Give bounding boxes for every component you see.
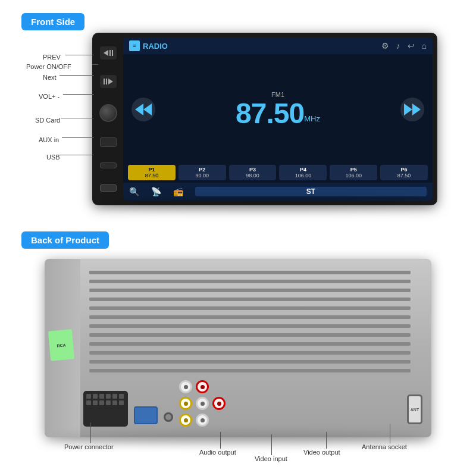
pin-8 [93,400,98,405]
device-front: ≡ RADIO ⚙ ♪ ↩ ⌂ FM1 87.50 MHz [92,33,437,205]
svg-marker-3 [108,79,113,84]
vent-7 [89,324,411,328]
aux-port[interactable] [100,162,117,168]
pin-7 [86,400,91,405]
usb-port[interactable] [100,184,117,192]
rca-group [179,380,226,427]
control-strip [97,37,120,201]
fast-forward-button[interactable] [400,98,424,121]
callout-line-next [60,75,94,76]
search-icon[interactable]: 🔍 [129,187,139,196]
callout-vol: VOL+ - [39,93,60,100]
blue-connector[interactable] [134,406,158,424]
main-screen: ≡ RADIO ⚙ ♪ ↩ ⌂ FM1 87.50 MHz [123,37,433,201]
pin-3 [99,394,104,399]
preset-p4[interactable]: P4 106.00 [279,165,327,180]
pin-10 [106,400,111,405]
callout-line-antenna-socket [390,424,390,443]
callout-line-audio-output [220,432,221,449]
rca-red-1[interactable] [196,380,209,393]
callout-antenna-socket: Antenna socket [362,443,407,450]
green-sticker: RCA [48,329,74,361]
vent-5 [89,306,411,310]
front-device-shadow [107,196,428,208]
rca-red-2[interactable] [212,397,226,410]
power-connector[interactable] [83,391,128,427]
pin-2 [93,394,98,399]
callout-aux: AUX in [39,136,59,143]
sd-card-slot[interactable] [100,137,117,147]
bluetooth-icon[interactable]: 📻 [173,187,183,196]
frequency-display: FM1 87.50 MHz [236,91,320,128]
preset-p3[interactable]: P3 98.00 [229,165,277,180]
sound-icon[interactable]: ♪ [396,41,400,51]
rca-yellow-1[interactable] [179,397,192,410]
preset-p6[interactable]: P6 87.50 [380,165,428,180]
antenna-socket[interactable]: ANT [407,394,422,424]
callout-power-connector: Power connector [64,443,114,450]
callout-sdcard: SD Card [35,117,60,124]
rewind-button[interactable] [131,98,155,121]
callout-usb: USB [46,154,60,161]
wifi-icon[interactable]: 📡 [151,187,161,196]
svg-marker-0 [104,50,108,56]
svg-marker-6 [135,104,143,115]
rca-white-3[interactable] [196,414,209,427]
callout-line-video-output [326,432,327,449]
rca-row-3 [179,414,226,427]
vent-9 [89,342,411,346]
vent-3 [89,289,411,292]
back-icon[interactable]: ↩ [408,41,415,51]
callout-power: Power ON/OFF [26,63,71,70]
callout-line-video-input [271,434,272,455]
vent-12 [89,369,411,372]
device-back: RCA [45,259,431,437]
screen-topbar: ≡ RADIO ⚙ ♪ ↩ ⌂ [123,37,433,54]
callout-prev: PREV [43,54,61,61]
pin-4 [106,394,111,399]
rca-white-1[interactable] [179,380,192,393]
logo-icon: ≡ [129,40,140,51]
nav-icons: ⚙ ♪ ↩ ⌂ [381,41,427,51]
preset-p5[interactable]: P5 106.00 [330,165,377,180]
svg-marker-2 [112,50,113,56]
front-side-label: Front Side [21,13,84,30]
svg-marker-7 [143,104,152,115]
callout-video-input: Video input [255,455,287,462]
presets-row: P1 87.50 P2 90.00 P3 98.00 P4 106.00 P5 … [123,165,433,180]
svg-marker-9 [404,104,412,115]
mini-jack-port[interactable] [164,412,173,422]
next-button[interactable] [100,75,117,88]
prev-button[interactable] [100,46,117,60]
callout-line-sdcard [61,118,94,118]
settings-icon[interactable]: ⚙ [381,41,389,51]
pin-5 [112,394,117,399]
rca-white-2[interactable] [196,397,209,410]
callout-audio-output: Audio output [199,449,236,456]
pin-12 [119,400,124,405]
preset-p2[interactable]: P2 90.00 [178,165,226,180]
volume-knob[interactable] [99,104,117,122]
rca-row-1 [179,380,226,393]
vent-11 [89,360,411,364]
components-area: ANT [83,380,422,427]
pin-11 [112,400,117,405]
callout-video-output: Video output [303,449,340,456]
vent-8 [89,333,411,337]
rca-row-2 [179,397,226,410]
callout-line-prev [65,55,94,55]
svg-rect-1 [109,50,111,56]
playback-area: FM1 87.50 MHz [123,54,433,165]
vent-10 [89,351,411,355]
svg-marker-5 [104,79,105,84]
home-icon[interactable]: ⌂ [422,41,427,51]
rca-yellow-2[interactable] [179,414,192,427]
preset-p1[interactable]: P1 87.50 [128,165,176,180]
vent-1 [89,271,411,274]
vent-4 [89,298,411,301]
pin-1 [86,394,91,399]
vent-2 [89,280,411,283]
left-panel: RCA [45,259,80,437]
callout-line-vol [63,94,94,95]
callout-next: Next [43,74,57,81]
